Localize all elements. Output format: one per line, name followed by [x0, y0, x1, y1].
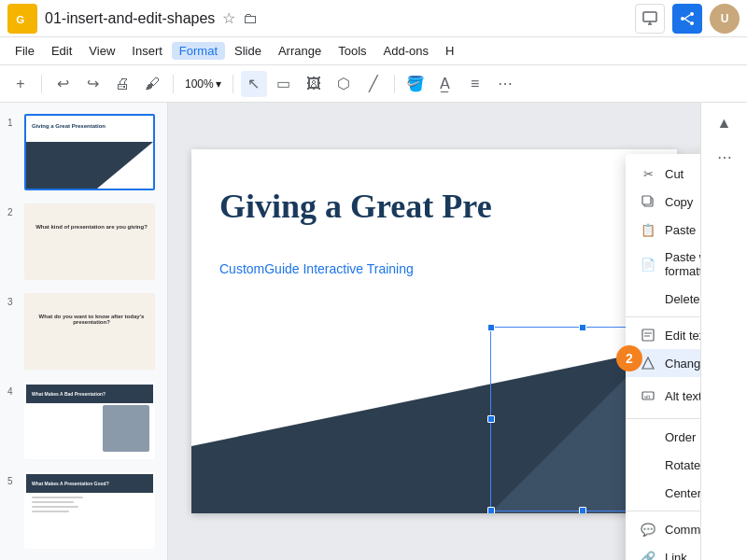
app-icon: G	[7, 4, 37, 34]
change-shape-icon	[641, 356, 655, 371]
delete-icon	[641, 291, 655, 306]
menu-tools[interactable]: Tools	[331, 42, 374, 60]
right-panel-btn-1[interactable]: ▲	[712, 110, 738, 136]
menu-format[interactable]: Format	[172, 42, 225, 60]
slide-preview-5[interactable]: What Makes A Presentation Good?	[24, 472, 155, 549]
svg-rect-10	[642, 329, 654, 341]
toolbar-align[interactable]: ≡	[462, 71, 488, 97]
toolbar-add[interactable]: +	[7, 71, 34, 97]
toolbar-zoom[interactable]: 100% ▾	[181, 76, 225, 92]
cm-delete[interactable]: Delete	[626, 285, 700, 313]
badge-2: 2	[616, 345, 642, 371]
slide-thumb-1[interactable]: 1 Giving a Great Presentation	[0, 110, 167, 194]
cm-paste-no-format-label: Paste withoutformatting	[665, 250, 700, 278]
slide5-line-3	[32, 506, 78, 508]
slide-canvas: Giving a Great Pre CustomGuide Interacti…	[191, 149, 677, 513]
link-icon: 🔗	[641, 550, 655, 560]
handle-ml[interactable]	[487, 415, 495, 423]
toolbar-shapes[interactable]: ⬡	[331, 71, 357, 97]
folder-icon[interactable]: 🗀	[243, 10, 258, 27]
menu-addons[interactable]: Add-ons	[376, 42, 436, 60]
slide-num-5: 5	[7, 472, 19, 486]
canvas-area[interactable]: Giving a Great Pre CustomGuide Interacti…	[168, 103, 700, 560]
slide5-line-2	[32, 501, 74, 503]
cm-comment-label: Comment	[665, 523, 700, 537]
star-icon[interactable]: ☆	[222, 9, 235, 27]
toolbar-print[interactable]: 🖨	[109, 71, 135, 97]
right-panel-btn-2[interactable]: ⋯	[712, 144, 738, 170]
toolbar-more[interactable]: ⋯	[492, 71, 518, 97]
cm-order-label: Order	[665, 430, 696, 444]
toolbar-redo[interactable]: ↪	[79, 71, 106, 97]
slide-thumb-5[interactable]: 5 What Makes A Presentation Good?	[0, 469, 167, 553]
cm-order[interactable]: Order ►	[626, 423, 700, 451]
slide-preview-3[interactable]: What do you want to know after today's p…	[24, 293, 155, 370]
cm-paste[interactable]: 📋 Paste Ctrl+V	[626, 216, 700, 244]
menu-edit[interactable]: Edit	[44, 42, 79, 60]
slides-panel: 1 Giving a Great Presentation 2 What kin…	[0, 103, 168, 560]
menu-slide[interactable]: Slide	[227, 42, 269, 60]
slide4-header-text: What Makes A Bad Presentation?	[32, 391, 106, 397]
toolbar-fill[interactable]: 🪣	[402, 71, 429, 97]
share-button[interactable]	[672, 4, 702, 34]
cm-center-on-page[interactable]: Center on page ►	[626, 479, 700, 507]
slide5-lines	[32, 497, 83, 512]
cm-cut[interactable]: ✂ Cut Ctrl+X	[626, 160, 700, 188]
cm-paste-no-format[interactable]: 📄 Paste withoutformatting Ctrl+Shift+V	[626, 244, 700, 285]
present-button[interactable]	[635, 4, 665, 34]
center-icon	[641, 485, 655, 500]
cm-comment[interactable]: 💬 Comment Ctrl+Alt+M	[626, 515, 700, 543]
svg-point-3	[690, 12, 694, 16]
cm-copy[interactable]: Copy Ctrl+C	[626, 188, 700, 216]
toolbar-image[interactable]: 🖼	[301, 71, 327, 97]
user-avatar[interactable]: U	[710, 4, 740, 34]
title-icons: ☆ 🗀	[222, 9, 258, 27]
handle-bl[interactable]	[487, 507, 495, 513]
toolbar-cursor[interactable]: ↖	[241, 71, 267, 97]
toolbar-border[interactable]: A̲	[432, 71, 458, 97]
paste-plain-icon: 📄	[641, 257, 655, 272]
slide5-line-1	[32, 497, 83, 498]
slide-title: Giving a Great Pre	[219, 187, 492, 226]
slide-preview-4[interactable]: What Makes A Bad Presentation?	[24, 383, 155, 459]
slide-preview-1[interactable]: Giving a Great Presentation	[24, 114, 155, 190]
alt-text-icon: alt	[641, 388, 655, 403]
toolbar-textbox[interactable]: ▭	[271, 71, 297, 97]
cm-center-label: Center on page	[665, 486, 700, 500]
toolbar-undo[interactable]: ↩	[49, 71, 76, 97]
slide-preview-2[interactable]: What kind of presentation are you giving…	[24, 203, 155, 280]
cm-link[interactable]: 🔗 Link... Ctrl+K	[626, 543, 700, 560]
menu-file[interactable]: File	[7, 42, 42, 60]
slide2-text: What kind of presentation are you giving…	[35, 224, 148, 230]
cm-alt-text[interactable]: alt Alt text... ► Ctrl+Alt+Y	[626, 377, 700, 414]
cm-edit-text[interactable]: Edit text...	[626, 321, 700, 349]
slide-num-1: 1	[7, 114, 19, 128]
slide5-header-text: What Makes A Presentation Good?	[32, 481, 109, 486]
title-bar: G 01-insert-and-edit-shapes ☆ 🗀 U	[0, 0, 747, 37]
menu-arrange[interactable]: Arrange	[271, 42, 329, 60]
cut-icon: ✂	[641, 166, 655, 181]
slide-subtitle: CustomGuide Interactive Training	[219, 261, 414, 276]
toolbar-line[interactable]: ╱	[360, 71, 387, 97]
menu-help[interactable]: H	[438, 42, 461, 60]
slide-thumb-2[interactable]: 2 What kind of presentation are you givi…	[0, 200, 167, 284]
svg-text:alt: alt	[644, 394, 651, 399]
toolbar-paintformat[interactable]: 🖌	[139, 71, 165, 97]
menu-view[interactable]: View	[81, 42, 122, 60]
slide-num-4: 4	[7, 383, 19, 397]
slide-thumb-4[interactable]: 4 What Makes A Bad Presentation?	[0, 379, 167, 463]
cm-delete-label: Delete	[665, 292, 700, 306]
svg-rect-9	[642, 196, 651, 204]
svg-line-7	[684, 19, 690, 22]
main-area: 1 Giving a Great Presentation 2 What kin…	[0, 103, 747, 560]
cm-rotate[interactable]: Rotate ►	[626, 451, 700, 479]
doc-title: 01-insert-and-edit-shapes	[45, 10, 215, 27]
slide-thumb-3[interactable]: 3 What do you want to know after today's…	[0, 289, 167, 373]
slide5-line-4	[32, 511, 69, 512]
handle-bm[interactable]	[579, 507, 586, 513]
handle-tl[interactable]	[487, 324, 495, 331]
svg-point-4	[681, 17, 684, 21]
menu-insert[interactable]: Insert	[124, 42, 170, 60]
svg-text:G: G	[16, 13, 24, 25]
handle-tm[interactable]	[579, 324, 586, 331]
